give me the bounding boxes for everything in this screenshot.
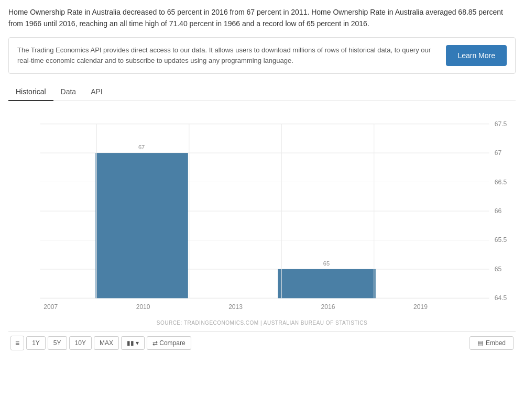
embed-button[interactable]: ▤ Embed bbox=[470, 336, 514, 350]
chart-source: SOURCE: TRADINGECONOMICS.COM | AUSTRALIA… bbox=[8, 320, 516, 326]
tab-historical[interactable]: Historical bbox=[8, 83, 53, 101]
tab-data[interactable]: Data bbox=[53, 83, 84, 101]
svg-text:64.5: 64.5 bbox=[495, 294, 507, 302]
svg-text:65: 65 bbox=[495, 266, 502, 273]
chart-area: 67.5 67 66.5 66 65.5 65 64.5 2007 2010 2… bbox=[8, 106, 516, 316]
svg-text:2019: 2019 bbox=[413, 303, 428, 310]
svg-text:66: 66 bbox=[495, 207, 502, 215]
svg-text:2010: 2010 bbox=[136, 303, 150, 310]
embed-label: Embed bbox=[486, 339, 506, 347]
bar-2010 bbox=[95, 153, 188, 298]
bar-chart-icon: ▮▮ bbox=[127, 339, 134, 347]
period-max-button[interactable]: MAX bbox=[94, 336, 119, 350]
svg-text:65: 65 bbox=[323, 260, 330, 267]
period-10y-button[interactable]: 10Y bbox=[69, 336, 92, 350]
main-container: Home Ownership Rate in Australia decreas… bbox=[0, 0, 524, 361]
svg-text:2016: 2016 bbox=[321, 303, 335, 310]
tab-api[interactable]: API bbox=[83, 83, 110, 101]
svg-text:2013: 2013 bbox=[228, 303, 243, 310]
svg-text:65.5: 65.5 bbox=[495, 236, 507, 244]
embed-icon: ▤ bbox=[477, 339, 483, 347]
svg-text:67.5: 67.5 bbox=[495, 120, 507, 127]
api-banner-text: The Trading Economics API provides direc… bbox=[17, 45, 435, 65]
svg-text:67: 67 bbox=[495, 149, 502, 157]
chart-type-button[interactable]: ▮▮ ▾ bbox=[121, 336, 145, 350]
compare-button[interactable]: ⇄ Compare bbox=[147, 336, 191, 350]
period-1y-button[interactable]: 1Y bbox=[26, 336, 46, 350]
toolbar: ≡ 1Y 5Y 10Y MAX ▮▮ ▾ ⇄ Compare ▤ Embed bbox=[8, 331, 516, 355]
svg-text:67: 67 bbox=[138, 144, 145, 150]
bar-chart: 67.5 67 66.5 66 65.5 65 64.5 2007 2010 2… bbox=[8, 106, 516, 316]
list-icon-button[interactable]: ≡ bbox=[10, 336, 24, 350]
api-banner: The Trading Economics API provides direc… bbox=[8, 37, 516, 74]
bar-2016 bbox=[278, 269, 376, 298]
period-5y-button[interactable]: 5Y bbox=[48, 336, 67, 350]
svg-text:2007: 2007 bbox=[43, 303, 58, 310]
dropdown-arrow: ▾ bbox=[136, 339, 139, 347]
description-text: Home Ownership Rate in Australia decreas… bbox=[8, 6, 516, 30]
svg-text:66.5: 66.5 bbox=[495, 178, 507, 185]
learn-more-button[interactable]: Learn More bbox=[446, 45, 507, 66]
tabs-container: Historical Data API bbox=[8, 83, 516, 101]
